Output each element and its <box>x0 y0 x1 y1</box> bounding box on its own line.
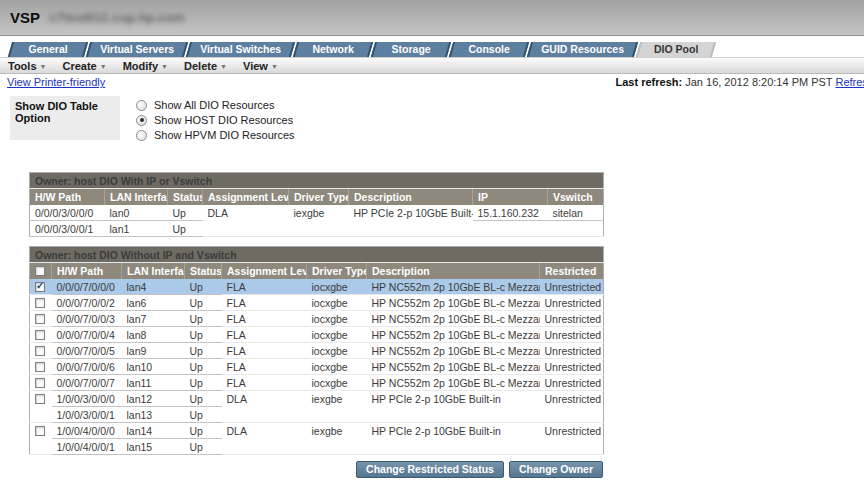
col-header-h-w-path: H/W Path <box>52 263 122 280</box>
dio-table-option-section: Show DIO Table Option Show All DIO Resou… <box>10 96 864 141</box>
row-checkbox[interactable] <box>35 426 45 436</box>
tab-general[interactable]: General <box>8 42 88 57</box>
cell-hw-path: 0/0/0/3/0/0/0 <box>30 205 105 221</box>
cell-hw-path: 0/0/0/7/0/0/5 <box>52 343 122 359</box>
menu-view[interactable]: View▼ <box>243 60 278 72</box>
tab-label: Virtual Servers <box>90 42 184 56</box>
radio-button-icon[interactable] <box>136 100 147 111</box>
row-checkbox[interactable] <box>35 282 45 292</box>
menu-bar: Tools▼Create▼Modify▼Delete▼View▼ <box>0 57 864 74</box>
last-refresh-value: Jan 16, 2012 8:20:14 PM PST <box>685 76 832 88</box>
col-header-assignment-level: Assignment Level <box>222 263 307 280</box>
cell-assignment-level: DLA <box>203 205 289 237</box>
cell-status: Up <box>185 375 222 391</box>
col-header-driver-type: Driver Type <box>289 189 349 206</box>
cell-description: HP PCIe 2-p 10GbE Built-in <box>349 205 473 237</box>
tab-storage[interactable]: Storage <box>371 42 451 57</box>
cell-checkbox <box>30 359 52 375</box>
tab-network[interactable]: Network <box>293 42 373 57</box>
menu-create[interactable]: Create▼ <box>62 60 106 72</box>
change-owner-button[interactable]: Change Owner <box>509 461 603 478</box>
col-header-driver-type: Driver Type <box>307 263 367 280</box>
cell-status: Up <box>185 311 222 327</box>
table-dio-without-ip: Owner: host DIO Without IP and Vswitch H… <box>29 246 604 455</box>
cell-lan-interface: lan7 <box>122 311 185 327</box>
cell-vswitch <box>548 221 604 237</box>
refresh-link[interactable]: Refresh <box>835 76 864 88</box>
tab-virtual-servers[interactable]: Virtual Servers <box>86 42 188 57</box>
table-row: 1/0/0/3/0/0/0lan12UpDLAiexgbeHP PCIe 2-p… <box>30 391 604 407</box>
tab-label: General <box>12 42 84 56</box>
tab-dio-pool[interactable]: DIO Pool <box>636 42 716 57</box>
select-all-checkbox[interactable] <box>35 266 45 276</box>
dio-option-title: Show DIO Table Option <box>10 96 120 140</box>
cell-vswitch: sitelan <box>548 205 604 221</box>
tab-strip: GeneralVirtual ServersVirtual SwitchesNe… <box>0 42 864 57</box>
tab-label: Console <box>453 42 525 56</box>
cell-assignment-level: FLA <box>222 359 307 375</box>
menu-tools[interactable]: Tools▼ <box>8 60 46 72</box>
last-refresh: Last refresh: Jan 16, 2012 8:20:14 PM PS… <box>616 76 864 88</box>
radio-label: Show HOST DIO Resources <box>154 114 293 126</box>
cell-description: HP NC552m 2p 10GbE BL-c Mezzanine Adapte… <box>367 311 540 327</box>
tab-guid-resources[interactable]: GUID Resources <box>527 42 638 57</box>
radio-show-host-dio-resources[interactable]: Show HOST DIO Resources <box>136 114 295 126</box>
row-checkbox[interactable] <box>35 298 45 308</box>
cell-restricted: Unrestricted <box>540 375 604 391</box>
row-checkbox[interactable] <box>35 394 45 404</box>
radio-show-all-dio-resources[interactable]: Show All DIO Resources <box>136 99 295 111</box>
table-dio-with-ip: Owner: host DIO With IP or Vswitch H/W P… <box>29 172 604 237</box>
cell-checkbox <box>30 343 52 359</box>
tab-console[interactable]: Console <box>449 42 529 57</box>
tab-label: Storage <box>375 42 447 56</box>
radio-button-icon[interactable] <box>136 115 147 126</box>
row-checkbox[interactable] <box>35 330 45 340</box>
cell-hw-path: 1/0/0/3/0/0/0 <box>52 391 122 407</box>
cell-hw-path: 0/0/0/7/0/0/7 <box>52 375 122 391</box>
cell-assignment-level: FLA <box>222 343 307 359</box>
cell-driver-type: iexgbe <box>289 205 349 237</box>
cell-status: Up <box>185 279 222 295</box>
col-header-status: Status <box>168 189 203 206</box>
cell-status: Up <box>168 221 203 237</box>
radio-button-icon[interactable] <box>136 130 147 141</box>
chevron-down-icon: ▼ <box>271 63 278 70</box>
cell-restricted: Unrestricted <box>540 327 604 343</box>
radio-show-hpvm-dio-resources[interactable]: Show HPVM DIO Resources <box>136 129 295 141</box>
menu-modify[interactable]: Modify▼ <box>123 60 168 72</box>
action-button-row: Change Restricted Status Change Owner <box>0 461 603 478</box>
radio-label: Show All DIO Resources <box>154 99 274 111</box>
change-restricted-status-button[interactable]: Change Restricted Status <box>356 461 504 478</box>
row-checkbox[interactable] <box>35 346 45 356</box>
cell-description: HP PCIe 2-p 10GbE Built-in <box>367 423 540 455</box>
cell-description: HP NC552m 2p 10GbE BL-c Mezzanine Adapte… <box>367 343 540 359</box>
cell-hw-path: 0/0/0/3/0/0/1 <box>30 221 105 237</box>
table-row: 0/0/0/7/0/0/5lan9UpFLAiocxgbeHP NC552m 2… <box>30 343 604 359</box>
col-header-description: Description <box>367 263 540 280</box>
last-refresh-label: Last refresh: <box>616 76 683 88</box>
printer-friendly-link[interactable]: View Printer-friendly <box>7 76 105 88</box>
cell-lan-interface: lan6 <box>122 295 185 311</box>
table1-title: Owner: host DIO With IP or Vswitch <box>30 173 604 189</box>
cell-status: Up <box>185 359 222 375</box>
row-checkbox[interactable] <box>35 378 45 388</box>
cell-status: Up <box>168 205 203 221</box>
row-checkbox[interactable] <box>35 314 45 324</box>
cell-description: HP NC552m 2p 10GbE BL-c Mezzanine Adapte… <box>367 279 540 295</box>
cell-restricted: Unrestricted <box>540 295 604 311</box>
cell-hw-path: 0/0/0/7/0/0/3 <box>52 311 122 327</box>
menu-delete[interactable]: Delete▼ <box>184 60 227 72</box>
tab-virtual-switches[interactable]: Virtual Switches <box>186 42 295 57</box>
row-checkbox[interactable] <box>35 362 45 372</box>
cell-checkbox <box>30 327 52 343</box>
cell-hw-path: 0/0/0/7/0/0/2 <box>52 295 122 311</box>
cell-lan-interface: lan12 <box>122 391 185 407</box>
cell-driver-type: iocxgbe <box>307 359 367 375</box>
cell-driver-type: iocxgbe <box>307 279 367 295</box>
table-row: 0/0/0/7/0/0/2lan6UpFLAiocxgbeHP NC552m 2… <box>30 295 604 311</box>
cell-driver-type: iocxgbe <box>307 375 367 391</box>
cell-status: Up <box>185 391 222 407</box>
table-row: 0/0/0/7/0/0/3lan7UpFLAiocxgbeHP NC552m 2… <box>30 311 604 327</box>
cell-description: HP NC552m 2p 10GbE BL-c Mezzanine Adapte… <box>367 327 540 343</box>
title-banner: VSP c7test612.cup.hp.com <box>0 0 864 36</box>
